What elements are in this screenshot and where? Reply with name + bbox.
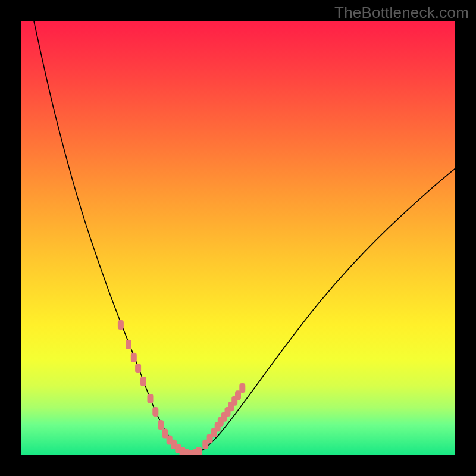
marker-dot: [196, 447, 202, 455]
marker-dot: [140, 377, 146, 386]
marker-dot: [135, 364, 141, 373]
marker-dot: [158, 420, 164, 430]
marker-dot: [239, 383, 245, 393]
marker-dot: [126, 340, 131, 349]
highlight-dots: [118, 320, 245, 455]
plot-area: [21, 21, 455, 455]
marker-dot: [148, 394, 154, 403]
watermark-text: TheBottleneck.com: [334, 4, 469, 22]
marker-dot: [118, 320, 124, 330]
marker-dot: [131, 353, 137, 362]
chart-svg: [21, 21, 455, 455]
marker-dot: [152, 407, 158, 416]
chart-frame: TheBottleneck.com: [0, 0, 476, 476]
